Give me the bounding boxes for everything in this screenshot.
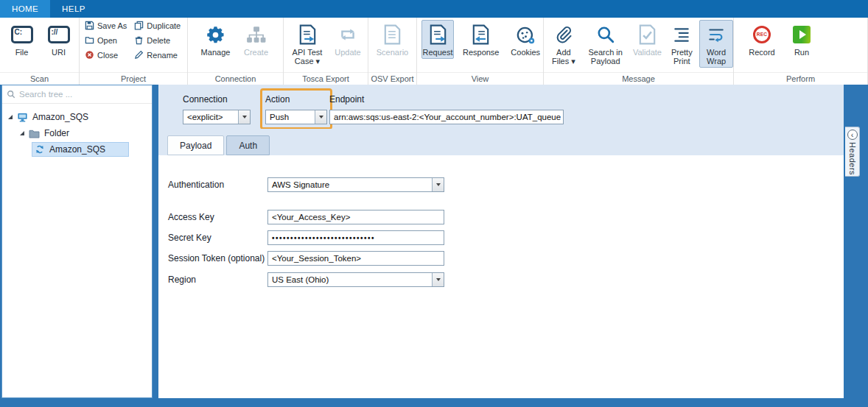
open-label: Open [97,36,117,45]
run-button[interactable]: Run [787,20,816,59]
tree-sidebar: Amazon_SQS Folder Amazon_SQS [1,85,153,398]
pretty-print-label: Pretty Print [668,48,696,66]
close-label: Close [97,51,118,60]
connection-value: <explicit> [183,113,238,121]
duplicate-button[interactable]: Duplicate [132,20,183,31]
pretty-print-button[interactable]: Pretty Print [665,20,698,68]
create-label: Create [244,48,268,57]
search-in-payload-label: Search in Payload [584,48,627,66]
cookies-button[interactable]: Cookies [508,20,543,59]
rename-button[interactable]: Rename [132,49,183,60]
close-button[interactable]: Close [83,49,129,60]
response-button[interactable]: Response [460,20,502,59]
expander-icon[interactable] [20,131,24,135]
api-scan-window: HOME HELP C: File :// URI Scan [0,0,868,407]
region-dropdown-arrow-icon[interactable] [432,273,444,286]
create-connection-button[interactable]: Create [239,20,273,59]
scenario-button[interactable]: Scenario [371,20,414,59]
region-select[interactable]: US East (Ohio) [267,272,444,287]
scan-tree: Amazon_SQS Folder Amazon_SQS [2,104,152,158]
connection-label: Connection [183,94,228,105]
action-value: Push [266,113,315,121]
session-token-value: <Your_Session_Token> [272,254,361,263]
expander-icon[interactable] [8,115,13,119]
endpoint-input[interactable]: arn:aws:sqs:us-east-2:<Your_account_numb… [329,110,564,124]
save-as-label: Save As [97,21,127,30]
group-label-osv-export: OSV Export [368,72,416,85]
tree-node-folder-label: Folder [44,128,69,138]
ribbon-group-tosca-export: API Test Case ▾ Update Tosca Export [284,18,368,85]
cookies-label: Cookies [511,48,540,57]
session-token-label: Session Token (optional) [168,253,265,263]
word-wrap-button[interactable]: Word Wrap [699,20,733,68]
tab-auth[interactable]: Auth [226,135,270,155]
tab-help[interactable]: HELP [50,0,97,18]
access-key-input[interactable]: <Your_Access_Key> [267,210,444,224]
session-token-input[interactable]: <Your_Session_Token> [267,251,444,266]
manage-connection-button[interactable]: Manage [198,20,234,59]
connection-banner: Connection <explicit> Action Push Endpoi… [158,85,844,129]
validate-button[interactable]: Validate [631,20,665,59]
rename-label: Rename [147,51,178,60]
delete-button[interactable]: Delete [132,35,183,46]
paperclip-icon [555,25,573,44]
headers-side-tab[interactable]: ‹ Headers [845,127,860,177]
region-value: US East (Ohio) [268,275,432,284]
tree-search-input[interactable] [19,90,137,99]
sync-arrows-icon [35,144,45,155]
pretty-print-lines-icon [672,25,691,44]
api-test-case-button[interactable]: API Test Case ▾ [287,20,328,68]
tree-node-root[interactable]: Amazon_SQS [2,109,152,125]
action-label: Action [265,94,290,105]
record-button[interactable]: REC Record [744,20,780,59]
pencil-icon [134,50,144,60]
cookie-icon [516,25,536,45]
trash-icon [134,35,144,45]
scenario-label: Scenario [377,48,408,57]
authentication-value: AWS Signature [268,180,432,189]
manage-label: Manage [201,48,231,57]
access-key-label: Access Key [168,212,214,222]
record-label: Record [749,48,774,57]
group-label-scan: Scan [0,72,79,85]
uri-button-label: URI [52,48,66,57]
save-as-button[interactable]: Save As [83,20,129,31]
file-drive-icon: C: [11,26,33,43]
request-button[interactable]: Request [421,20,454,59]
file-button-label: File [15,48,29,57]
validate-label: Validate [633,48,662,57]
ribbon-group-project: Save As Open Close [80,18,188,85]
tab-payload[interactable]: Payload [167,135,224,155]
open-folder-icon [85,35,94,45]
action-dropdown-arrow-icon[interactable] [315,110,326,124]
uri-button[interactable]: :// URI [44,20,74,59]
word-wrap-icon [707,25,726,44]
action-select[interactable]: Push [265,110,327,124]
authentication-dropdown-arrow-icon[interactable] [432,178,444,191]
connection-select[interactable]: <explicit> [183,110,251,124]
duplicate-icon [134,21,144,30]
secret-key-label: Secret Key [168,233,211,243]
secret-key-value: •••••••••••••••••••••••••••• [272,234,375,242]
tab-home[interactable]: HOME [0,0,50,18]
access-key-value: <Your_Access_Key> [272,213,350,222]
search-in-payload-button[interactable]: Search in Payload [582,20,629,68]
connection-dropdown-arrow-icon[interactable] [238,110,250,124]
tree-node-folder[interactable]: Folder [2,125,152,141]
ribbon-group-connection: Manage Create Connection [188,18,284,85]
secret-key-input[interactable]: •••••••••••••••••••••••••••• [267,230,444,245]
selected-tree-item[interactable]: Amazon_SQS [32,142,129,157]
tree-node-message[interactable]: Amazon_SQS [2,141,152,158]
open-button[interactable]: Open [83,35,129,46]
update-label: Update [335,48,360,57]
expand-headers-chevron-icon[interactable]: ‹ [847,130,858,140]
run-play-icon [793,26,811,43]
authentication-select[interactable]: AWS Signature [267,177,444,192]
file-button[interactable]: C: File [6,20,38,59]
delete-label: Delete [147,36,170,45]
search-icon [596,25,615,44]
request-label: Request [423,48,453,57]
ribbon-group-scan: C: File :// URI Scan [0,18,80,85]
add-files-button[interactable]: Add Files ▾ [547,20,581,68]
update-button[interactable]: Update [331,20,365,59]
